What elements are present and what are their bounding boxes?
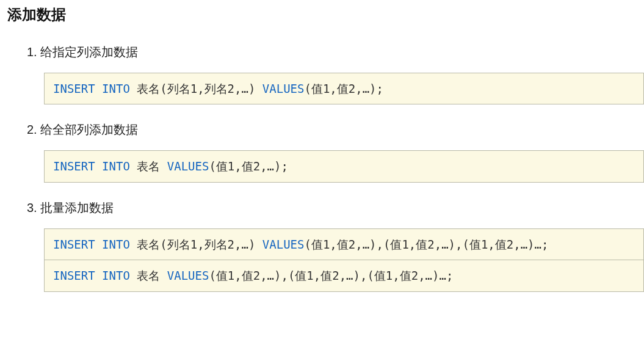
section-label: 3. 批量添加数据 — [27, 200, 644, 216]
keyword: VALUES — [167, 159, 209, 173]
section-item: 3. 批量添加数据INSERT INTO 表名(列名1,列名2,…) VALUE… — [27, 200, 644, 292]
code-block: INSERT INTO 表名(列名1,列名2,…) VALUES(值1,值2,…… — [44, 228, 644, 260]
sections-list: 1. 给指定列添加数据INSERT INTO 表名(列名1,列名2,…) VAL… — [0, 44, 644, 292]
keyword: INTO — [102, 238, 130, 251]
code-block: INSERT INTO 表名(列名1,列名2,…) VALUES(值1,值2,…… — [44, 73, 644, 104]
keyword: VALUES — [167, 269, 209, 282]
section-item: 2. 给全部列添加数据INSERT INTO 表名 VALUES(值1,值2,…… — [27, 122, 644, 182]
keyword: INTO — [102, 82, 130, 95]
keyword: INTO — [102, 269, 130, 282]
code-block: INSERT INTO 表名 VALUES(值1,值2,…),(值1,值2,…)… — [44, 260, 644, 291]
keyword: VALUES — [262, 82, 305, 95]
section-label: 2. 给全部列添加数据 — [27, 122, 644, 138]
code-block: INSERT INTO 表名 VALUES(值1,值2,…); — [44, 150, 644, 182]
keyword: INSERT — [53, 269, 95, 282]
keyword: VALUES — [262, 238, 305, 251]
code-stack: INSERT INTO 表名(列名1,列名2,…) VALUES(值1,值2,…… — [44, 228, 644, 292]
keyword: INSERT — [53, 238, 95, 251]
page-title: 添加数据 — [0, 0, 644, 31]
keyword: INSERT — [53, 159, 95, 173]
section-label: 1. 给指定列添加数据 — [27, 44, 644, 60]
keyword: INTO — [102, 159, 130, 173]
section-item: 1. 给指定列添加数据INSERT INTO 表名(列名1,列名2,…) VAL… — [27, 44, 644, 104]
keyword: INSERT — [53, 82, 95, 95]
